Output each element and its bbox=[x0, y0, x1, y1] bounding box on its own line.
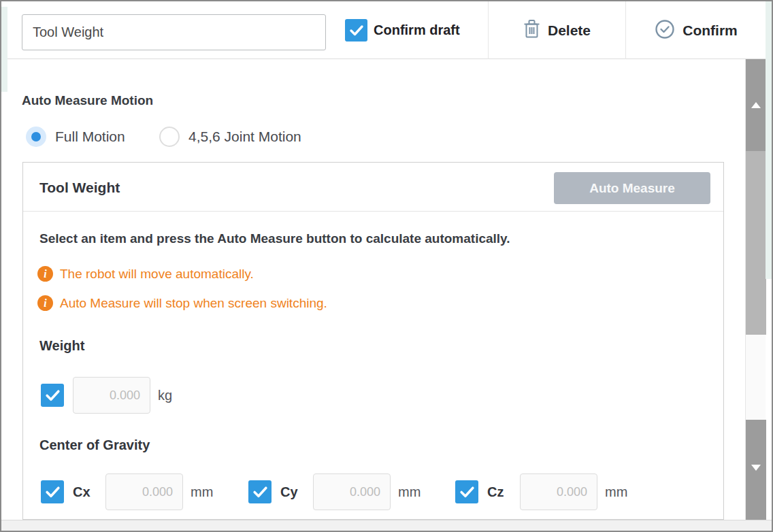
cx-checkbox[interactable] bbox=[41, 480, 64, 503]
radio-unselected-icon bbox=[159, 127, 180, 147]
weight-checkbox[interactable] bbox=[41, 384, 64, 407]
trash-icon bbox=[523, 19, 540, 41]
center-of-gravity-title: Center of Gravity bbox=[39, 437, 150, 453]
confirm-draft-checkbox[interactable] bbox=[345, 19, 367, 41]
panel-title: Tool Weight bbox=[39, 180, 120, 196]
weight-input[interactable] bbox=[73, 377, 150, 414]
cx-label: Cx bbox=[73, 484, 96, 500]
radio-selected-icon bbox=[26, 127, 46, 147]
scroll-up-button[interactable] bbox=[746, 59, 766, 151]
weight-unit-label: kg bbox=[158, 388, 172, 403]
left-edge-strip bbox=[1, 7, 7, 92]
cx-unit-label: mm bbox=[191, 484, 213, 500]
cy-input[interactable] bbox=[313, 473, 391, 510]
top-toolbar: Confirm draft Delete bbox=[1, 1, 766, 59]
cz-field-row: Cz mm bbox=[455, 473, 627, 510]
tool-weight-panel: Tool Weight Auto Measure Select an item … bbox=[22, 162, 724, 520]
instruction-text: Select an item and press the Auto Measur… bbox=[39, 231, 510, 246]
warning-row: i The robot will move automatically. bbox=[37, 266, 254, 282]
radio-456-joint-motion-label: 4,5,6 Joint Motion bbox=[188, 129, 301, 145]
check-circle-icon bbox=[655, 19, 675, 42]
radio-456-joint-motion[interactable]: 4,5,6 Joint Motion bbox=[159, 127, 301, 147]
warning-text: Auto Measure will stop when screen switc… bbox=[60, 296, 327, 311]
weight-section-title: Weight bbox=[39, 338, 84, 354]
cz-input[interactable] bbox=[520, 473, 597, 510]
auto-measure-button[interactable]: Auto Measure bbox=[554, 172, 710, 204]
delete-button-label: Delete bbox=[548, 22, 591, 39]
auto-measure-motion-title: Auto Measure Motion bbox=[22, 93, 153, 108]
cy-field-row: Cy mm bbox=[248, 473, 421, 510]
cz-checkbox[interactable] bbox=[455, 480, 478, 503]
tool-weight-screen: Confirm draft Delete bbox=[0, 0, 773, 532]
confirm-draft-label: Confirm draft bbox=[374, 1, 460, 59]
cz-unit-label: mm bbox=[605, 484, 627, 500]
warning-row: i Auto Measure will stop when screen swi… bbox=[37, 295, 327, 311]
right-edge-strip bbox=[766, 1, 772, 279]
confirm-button-label: Confirm bbox=[682, 22, 738, 39]
check-icon bbox=[349, 24, 364, 37]
check-icon bbox=[45, 486, 61, 499]
cy-unit-label: mm bbox=[398, 484, 421, 500]
cy-checkbox[interactable] bbox=[248, 480, 272, 503]
scroll-down-button[interactable] bbox=[746, 420, 766, 520]
weight-field-row: kg bbox=[41, 377, 172, 414]
triangle-up-icon bbox=[751, 102, 761, 108]
cx-input[interactable] bbox=[105, 473, 183, 510]
bottom-strip bbox=[1, 520, 772, 532]
check-icon bbox=[45, 389, 61, 402]
cx-field-row: Cx mm bbox=[41, 473, 213, 510]
radio-full-motion-label: Full Motion bbox=[55, 129, 125, 145]
cz-label: Cz bbox=[487, 484, 510, 500]
vertical-scrollbar[interactable] bbox=[745, 59, 766, 520]
check-icon bbox=[252, 486, 268, 499]
cy-label: Cy bbox=[280, 484, 303, 500]
delete-button[interactable]: Delete bbox=[489, 1, 625, 59]
warning-text: The robot will move automatically. bbox=[60, 267, 254, 282]
info-icon: i bbox=[37, 266, 53, 282]
tool-name-input[interactable] bbox=[22, 14, 326, 50]
scrollbar-thumb[interactable] bbox=[746, 151, 766, 335]
info-icon: i bbox=[37, 295, 53, 311]
confirm-button[interactable]: Confirm bbox=[626, 1, 766, 59]
panel-divider bbox=[23, 211, 723, 212]
triangle-down-icon bbox=[751, 465, 761, 471]
radio-full-motion[interactable]: Full Motion bbox=[26, 127, 125, 147]
check-icon bbox=[459, 486, 475, 499]
